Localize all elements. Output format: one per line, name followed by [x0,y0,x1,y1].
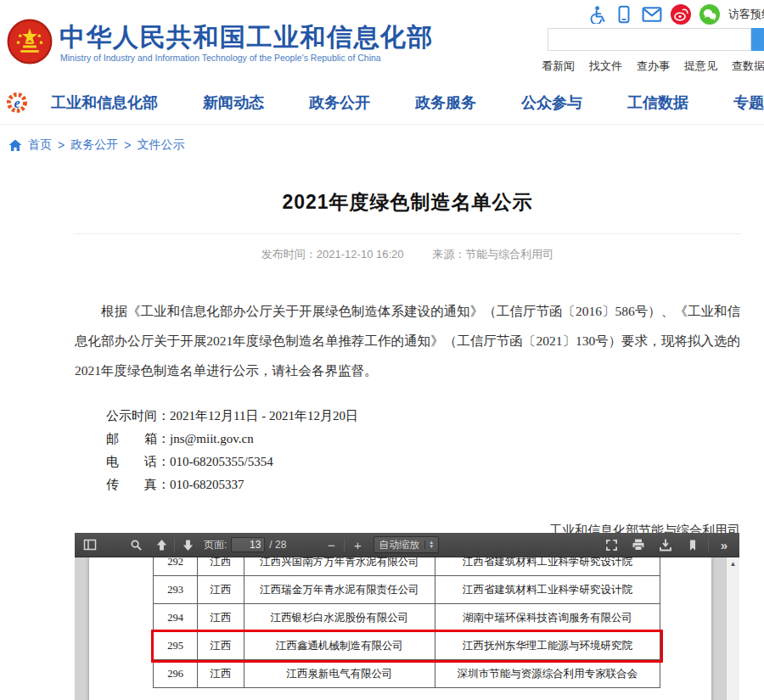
site-header: 中华人民共和国工业和信息化部 Ministry of Industry and … [0,0,764,81]
toolbar-separator [708,538,709,552]
nav-item-public[interactable]: 公众参与 [521,92,582,113]
breadcrumb-separator: > [124,138,131,152]
page-total: / 28 [269,539,286,551]
nav-item-news[interactable]: 新闻动态 [203,92,264,113]
breadcrumb-gov-open[interactable]: 政务公开 [70,137,118,153]
next-page-icon[interactable] [178,535,197,554]
sidebar-toggle-icon[interactable] [81,535,99,554]
green-manufacturing-table: 292江西江西兴国南方万年青水泥有限公司江西省建筑材料工业科学研究设计院293江… [153,557,660,688]
header-utility-icons: 访客预约 [587,4,764,25]
zoom-out-icon[interactable]: − [322,535,340,554]
table-cell-province: 江西 [198,660,244,688]
nav-items: 工业和信息化部 新闻动态 政务公开 政务服务 公众参与 工信数据 专题 [51,81,764,125]
contact-email: 邮 箱：jns@miit.gov.cn [106,428,740,451]
table-cell-province: 江西 [198,604,244,632]
site-title: 中华人民共和国工业和信息化部 [59,20,434,55]
search-document-icon[interactable] [126,535,145,554]
table-cell-province: 江西 [198,557,244,576]
header-quick-links: 看新闻 找文件 查办事 提意见 查数据 [542,59,764,74]
table-row: 292江西江西兴国南方万年青水泥有限公司江西省建筑材料工业科学研究设计院 [154,557,660,576]
main-navbar: e 工业和信息化部 新闻动态 政务公开 政务服务 公众参与 工信数据 专题 [0,81,764,125]
table-cell-no: 295 [154,632,198,660]
page-title: 2021年度绿色制造名单公示 [75,189,740,216]
zoom-mode-value: 自动缩放 [379,538,419,552]
table-cell-agency: 江西省建筑材料工业科学研究设计院 [435,576,660,604]
nav-item-data[interactable]: 工信数据 [627,92,688,113]
nav-item-miit[interactable]: 工业和信息化部 [51,92,158,113]
home-icon[interactable] [8,139,22,152]
table-cell-province: 江西 [198,576,244,604]
mobile-icon[interactable] [615,5,633,24]
mail-icon[interactable] [642,5,662,24]
zoom-controls: − + [322,535,367,554]
more-tools-icon[interactable]: » [715,535,733,554]
svg-text:e: e [14,96,20,110]
national-emblem-logo [7,17,53,66]
accessibility-icon[interactable] [587,5,606,24]
title-divider [75,233,740,234]
table-cell-no: 294 [154,604,198,632]
table-cell-no: 292 [154,557,198,576]
search-input[interactable] [548,28,751,51]
gear-e-logo-icon: e [5,91,29,115]
quick-link-services[interactable]: 查办事 [637,59,670,74]
wechat-icon[interactable] [699,4,720,25]
table-row: 294江西江西银杉白水泥股份有限公司湖南中瑞环保科技咨询服务有限公司 [154,604,660,632]
header-search-bar [548,28,764,51]
table-cell-agency: 江西抚州东华理工能源与环境研究院 [435,632,660,660]
table-cell-company: 江西兴国南方万年青水泥有限公司 [244,557,435,576]
page-number-input[interactable] [231,537,265,552]
table-cell-company: 江西泉新电气有限公司 [244,660,435,688]
breadcrumb-doc-publicity[interactable]: 文件公示 [137,137,184,153]
article-paragraph: 根据《工业和信息化部办公厅关于开展绿色制造体系建设的通知》（工信厅节函〔2016… [75,296,740,385]
previous-page-icon[interactable] [152,535,171,554]
table-cell-agency: 湖南中瑞环保科技咨询服务有限公司 [435,604,660,632]
visitor-appointment-link[interactable]: 访客预约 [728,7,764,22]
nav-item-gov-service[interactable]: 政务服务 [415,92,476,113]
pdf-content-area: 292江西江西兴国南方万年青水泥有限公司江西省建筑材料工业科学研究设计院293江… [75,557,739,700]
publish-time: 发布时间：2021-12-10 16:20 [261,248,404,260]
search-button[interactable] [751,28,764,51]
presentation-mode-icon[interactable] [602,535,621,554]
toolbar-right-group: » [602,535,733,554]
nav-item-special[interactable]: 专题 [733,92,764,113]
weibo-icon[interactable] [671,4,691,25]
table-cell-no: 296 [154,660,198,688]
table-cell-company: 江西银杉白水泥股份有限公司 [244,604,435,632]
table-row: 293江西江西瑞金万年青水泥有限责任公司江西省建筑材料工业科学研究设计院 [154,576,660,604]
quick-link-files[interactable]: 找文件 [589,59,622,74]
table-cell-no: 293 [154,576,198,604]
zoom-mode-select[interactable]: 自动缩放 ▲▼ [374,536,439,553]
publicity-period: 公示时间：2021年12月11日 - 2021年12月20日 [106,405,740,428]
table-row: 295江西江西鑫通机械制造有限公司江西抚州东华理工能源与环境研究院 [154,632,660,660]
pdf-scrollbar[interactable]: ▲ [726,557,739,700]
article-source: 来源：节能与综合利用司 [432,248,553,260]
table-cell-agency: 江西省建筑材料工业科学研究设计院 [435,557,660,576]
site-subtitle-en: Ministry of Industry and Information Tec… [60,53,381,63]
table-cell-agency: 深圳市节能与资源综合利用专家联合会 [435,660,660,688]
breadcrumb-home[interactable]: 首页 [28,137,52,153]
table-row: 296江西江西泉新电气有限公司深圳市节能与资源综合利用专家联合会 [154,660,660,688]
scroll-up-arrow-icon[interactable]: ▲ [727,560,739,568]
contact-block: 公示时间：2021年12月11日 - 2021年12月20日 邮 箱：jns@m… [106,405,740,496]
zoom-in-icon[interactable]: + [348,535,367,554]
download-icon[interactable] [656,535,675,554]
nav-item-gov-open[interactable]: 政务公开 [309,92,370,113]
toolbar-separator [174,538,175,552]
quick-link-data[interactable]: 查数据 [732,59,764,74]
article-meta: 发布时间：2021-12-10 16:20 来源：节能与综合利用司 [75,247,740,262]
quick-link-feedback[interactable]: 提意见 [684,59,717,74]
pdf-toolbar: 页面: / 28 − + 自动缩放 ▲▼ [75,533,739,557]
select-caret-icon: ▲▼ [424,540,434,549]
quick-link-news[interactable]: 看新闻 [542,59,575,74]
breadcrumb-separator: > [58,138,65,152]
contact-phone: 电 话：010-68205355/5354 [106,451,740,473]
bookmark-icon[interactable] [683,535,702,554]
breadcrumb: 首页 > 政务公开 > 文件公示 [0,127,764,163]
page-label: 页面: [204,538,227,552]
table-cell-company: 江西瑞金万年青水泥有限责任公司 [244,576,435,604]
contact-fax: 传 真：010-68205337 [106,473,740,496]
print-icon[interactable] [629,535,648,554]
table-cell-province: 江西 [198,632,244,660]
article: 2021年度绿色制造名单公示 发布时间：2021-12-10 16:20 来源：… [75,163,740,564]
